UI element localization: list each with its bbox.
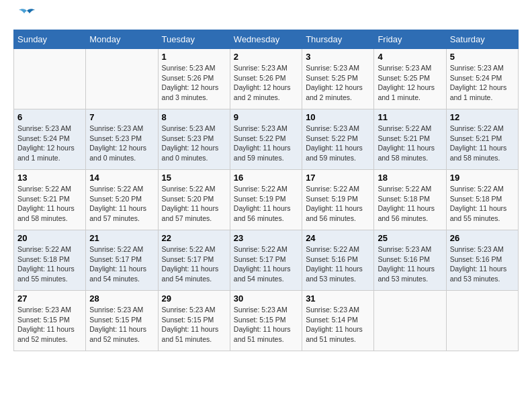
calendar-header-row: SundayMondayTuesdayWednesdayThursdayFrid…	[14, 30, 519, 49]
day-number: 15	[162, 173, 226, 183]
calendar-cell: 22Sunrise: 5:22 AM Sunset: 5:17 PM Dayli…	[158, 230, 230, 291]
day-number: 26	[450, 233, 515, 243]
day-number: 20	[17, 233, 82, 243]
day-number: 30	[234, 293, 298, 304]
calendar-cell: 3Sunrise: 5:23 AM Sunset: 5:25 PM Daylig…	[302, 49, 374, 109]
day-info: Sunrise: 5:22 AM Sunset: 5:19 PM Dayligh…	[234, 184, 298, 224]
day-info: Sunrise: 5:23 AM Sunset: 5:15 PM Dayligh…	[162, 305, 226, 345]
day-info: Sunrise: 5:23 AM Sunset: 5:24 PM Dayligh…	[450, 63, 515, 103]
day-number: 3	[306, 52, 370, 62]
day-number: 13	[17, 173, 82, 183]
day-info: Sunrise: 5:23 AM Sunset: 5:15 PM Dayligh…	[89, 305, 154, 345]
calendar-week-row: 27Sunrise: 5:23 AM Sunset: 5:15 PM Dayli…	[14, 291, 519, 351]
day-info: Sunrise: 5:22 AM Sunset: 5:17 PM Dayligh…	[162, 244, 226, 284]
day-info: Sunrise: 5:22 AM Sunset: 5:17 PM Dayligh…	[89, 244, 154, 284]
day-number: 11	[378, 112, 442, 122]
day-info: Sunrise: 5:23 AM Sunset: 5:15 PM Dayligh…	[234, 305, 298, 345]
day-number: 16	[234, 173, 298, 183]
logo	[13, 13, 36, 23]
calendar-cell	[86, 49, 158, 109]
calendar-cell: 10Sunrise: 5:23 AM Sunset: 5:22 PM Dayli…	[302, 109, 374, 170]
calendar-cell: 25Sunrise: 5:23 AM Sunset: 5:16 PM Dayli…	[374, 230, 446, 291]
day-info: Sunrise: 5:22 AM Sunset: 5:21 PM Dayligh…	[17, 184, 82, 224]
day-info: Sunrise: 5:22 AM Sunset: 5:21 PM Dayligh…	[378, 124, 442, 163]
column-header-monday: Monday	[86, 30, 158, 49]
column-header-sunday: Sunday	[14, 30, 86, 49]
calendar-cell: 24Sunrise: 5:22 AM Sunset: 5:16 PM Dayli…	[302, 230, 374, 291]
day-info: Sunrise: 5:23 AM Sunset: 5:16 PM Dayligh…	[378, 244, 442, 284]
calendar-week-row: 13Sunrise: 5:22 AM Sunset: 5:21 PM Dayli…	[14, 170, 519, 230]
calendar-cell: 29Sunrise: 5:23 AM Sunset: 5:15 PM Dayli…	[158, 291, 230, 351]
calendar-cell: 13Sunrise: 5:22 AM Sunset: 5:21 PM Dayli…	[14, 170, 86, 230]
column-header-saturday: Saturday	[446, 30, 518, 49]
calendar-week-row: 1Sunrise: 5:23 AM Sunset: 5:26 PM Daylig…	[14, 49, 519, 109]
day-info: Sunrise: 5:22 AM Sunset: 5:19 PM Dayligh…	[306, 184, 370, 224]
calendar-cell: 1Sunrise: 5:23 AM Sunset: 5:26 PM Daylig…	[158, 49, 230, 109]
day-info: Sunrise: 5:23 AM Sunset: 5:14 PM Dayligh…	[306, 305, 370, 345]
calendar-cell: 5Sunrise: 5:23 AM Sunset: 5:24 PM Daylig…	[446, 49, 518, 109]
day-number: 7	[89, 112, 154, 122]
day-info: Sunrise: 5:23 AM Sunset: 5:26 PM Dayligh…	[162, 63, 226, 103]
day-number: 17	[306, 173, 370, 183]
day-number: 23	[234, 233, 298, 243]
calendar-cell: 19Sunrise: 5:22 AM Sunset: 5:18 PM Dayli…	[446, 170, 518, 230]
calendar-cell: 21Sunrise: 5:22 AM Sunset: 5:17 PM Dayli…	[86, 230, 158, 291]
calendar-cell: 2Sunrise: 5:23 AM Sunset: 5:26 PM Daylig…	[230, 49, 302, 109]
day-info: Sunrise: 5:23 AM Sunset: 5:26 PM Dayligh…	[234, 63, 298, 103]
day-info: Sunrise: 5:22 AM Sunset: 5:17 PM Dayligh…	[234, 244, 298, 284]
day-number: 6	[17, 112, 82, 122]
day-number: 14	[89, 173, 154, 183]
day-info: Sunrise: 5:23 AM Sunset: 5:24 PM Dayligh…	[17, 124, 82, 163]
day-info: Sunrise: 5:22 AM Sunset: 5:21 PM Dayligh…	[450, 124, 515, 163]
calendar-cell: 15Sunrise: 5:22 AM Sunset: 5:20 PM Dayli…	[158, 170, 230, 230]
column-header-friday: Friday	[374, 30, 446, 49]
calendar-week-row: 20Sunrise: 5:22 AM Sunset: 5:18 PM Dayli…	[14, 230, 519, 291]
day-number: 18	[378, 173, 442, 183]
calendar-cell	[374, 291, 446, 351]
day-info: Sunrise: 5:23 AM Sunset: 5:23 PM Dayligh…	[162, 124, 226, 163]
day-info: Sunrise: 5:23 AM Sunset: 5:23 PM Dayligh…	[89, 124, 154, 163]
day-number: 9	[234, 112, 298, 122]
day-number: 21	[89, 233, 154, 243]
day-info: Sunrise: 5:22 AM Sunset: 5:18 PM Dayligh…	[450, 184, 515, 224]
calendar-cell: 9Sunrise: 5:23 AM Sunset: 5:22 PM Daylig…	[230, 109, 302, 170]
calendar-cell: 27Sunrise: 5:23 AM Sunset: 5:15 PM Dayli…	[14, 291, 86, 351]
column-header-tuesday: Tuesday	[158, 30, 230, 49]
day-info: Sunrise: 5:23 AM Sunset: 5:25 PM Dayligh…	[378, 63, 442, 103]
day-number: 19	[450, 173, 515, 183]
calendar-cell: 6Sunrise: 5:23 AM Sunset: 5:24 PM Daylig…	[14, 109, 86, 170]
day-info: Sunrise: 5:22 AM Sunset: 5:20 PM Dayligh…	[162, 184, 226, 224]
calendar-cell: 14Sunrise: 5:22 AM Sunset: 5:20 PM Dayli…	[86, 170, 158, 230]
calendar-cell: 23Sunrise: 5:22 AM Sunset: 5:17 PM Dayli…	[230, 230, 302, 291]
day-number: 24	[306, 233, 370, 243]
day-number: 2	[234, 52, 298, 62]
calendar-cell: 20Sunrise: 5:22 AM Sunset: 5:18 PM Dayli…	[14, 230, 86, 291]
day-number: 4	[378, 52, 442, 62]
day-info: Sunrise: 5:23 AM Sunset: 5:16 PM Dayligh…	[450, 244, 515, 284]
calendar-cell: 28Sunrise: 5:23 AM Sunset: 5:15 PM Dayli…	[86, 291, 158, 351]
calendar-cell: 4Sunrise: 5:23 AM Sunset: 5:25 PM Daylig…	[374, 49, 446, 109]
day-info: Sunrise: 5:23 AM Sunset: 5:22 PM Dayligh…	[306, 124, 370, 163]
day-info: Sunrise: 5:23 AM Sunset: 5:15 PM Dayligh…	[17, 305, 82, 345]
day-info: Sunrise: 5:22 AM Sunset: 5:18 PM Dayligh…	[17, 244, 82, 284]
day-number: 5	[450, 52, 515, 62]
calendar-week-row: 6Sunrise: 5:23 AM Sunset: 5:24 PM Daylig…	[14, 109, 519, 170]
day-info: Sunrise: 5:22 AM Sunset: 5:16 PM Dayligh…	[306, 244, 370, 284]
day-number: 27	[17, 293, 82, 304]
day-number: 1	[162, 52, 226, 62]
day-info: Sunrise: 5:23 AM Sunset: 5:22 PM Dayligh…	[234, 124, 298, 163]
day-info: Sunrise: 5:23 AM Sunset: 5:25 PM Dayligh…	[306, 63, 370, 103]
calendar-cell: 16Sunrise: 5:22 AM Sunset: 5:19 PM Dayli…	[230, 170, 302, 230]
calendar-cell: 12Sunrise: 5:22 AM Sunset: 5:21 PM Dayli…	[446, 109, 518, 170]
calendar-cell: 17Sunrise: 5:22 AM Sunset: 5:19 PM Dayli…	[302, 170, 374, 230]
calendar-cell: 31Sunrise: 5:23 AM Sunset: 5:14 PM Dayli…	[302, 291, 374, 351]
calendar-cell: 18Sunrise: 5:22 AM Sunset: 5:18 PM Dayli…	[374, 170, 446, 230]
column-header-wednesday: Wednesday	[230, 30, 302, 49]
day-number: 12	[450, 112, 515, 122]
column-header-thursday: Thursday	[302, 30, 374, 49]
calendar-cell	[446, 291, 518, 351]
calendar-cell	[14, 49, 86, 109]
calendar-cell: 26Sunrise: 5:23 AM Sunset: 5:16 PM Dayli…	[446, 230, 518, 291]
day-number: 29	[162, 293, 226, 304]
day-number: 10	[306, 112, 370, 122]
